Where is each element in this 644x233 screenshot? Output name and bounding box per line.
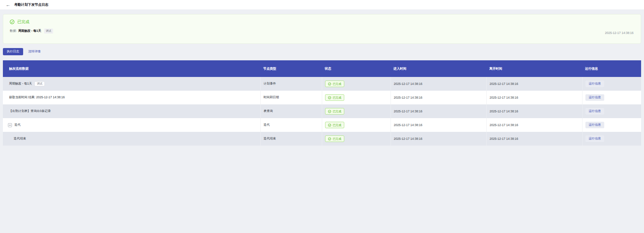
enter-time: 2025-12-17 14:38:16 (391, 77, 486, 91)
data-label: 数据: (10, 29, 17, 33)
run-info-button[interactable]: 运行信息 (585, 135, 604, 142)
status-badge: 已完成 (325, 81, 344, 87)
leave-time: 2025-12-17 14:38:16 (486, 91, 582, 104)
col-header-trigger-data: 触发流程数据 (3, 66, 260, 71)
leave-time: 2025-12-17 14:38:16 (486, 77, 582, 91)
row-name: 迭代 (14, 123, 21, 127)
node-type: 迭代结束 (260, 132, 322, 146)
trigger-name: 周期触发 - 每1天 (18, 29, 41, 33)
enter-time: 2025-12-17 14:38:16 (391, 104, 486, 118)
back-arrow-icon[interactable]: ← (5, 2, 11, 8)
check-circle-icon (10, 20, 14, 24)
table-row: 获取当前时间 结果: 2025-12-17 14:38:16 时间和日期 已完成… (3, 91, 641, 104)
leave-time: 2025-12-17 14:38:16 (486, 132, 582, 146)
node-type: 时间和日期 (260, 91, 322, 104)
node-type: 迭代 (260, 118, 322, 132)
enter-time: 2025-12-17 14:38:16 (391, 91, 486, 104)
collapse-minus-icon[interactable] (8, 123, 12, 127)
row-name: 迭代结束 (14, 137, 26, 141)
row-name: 周期触发 - 每1天 (9, 82, 32, 86)
debug-tag: 调试 (44, 29, 53, 34)
row-name: 【出勤计划表】查询出0条记录 (9, 109, 51, 113)
col-header-status: 状态 (322, 66, 391, 71)
status-badge: 已完成 (325, 94, 344, 101)
leave-time: 2025-12-17 14:38:16 (486, 104, 582, 118)
node-type: 表查询 (260, 104, 322, 118)
page-title: 考勤计划下发节点日志 (14, 3, 48, 7)
col-header-enter-time: 进入时间 (391, 66, 486, 71)
top-bar: ← 考勤计划下发节点日志 (0, 0, 644, 9)
run-info-button[interactable]: 运行信息 (585, 122, 604, 128)
row-name: 获取当前时间 结果: 2025-12-17 14:38:16 (9, 95, 65, 100)
enter-time: 2025-12-17 14:38:16 (391, 132, 486, 146)
check-circle-icon (328, 110, 331, 113)
tab-bar: 执行日志 流转详情 (3, 48, 641, 55)
check-circle-icon (328, 96, 331, 99)
tab-execution-log[interactable]: 执行日志 (3, 48, 23, 55)
run-info-button[interactable]: 运行信息 (585, 94, 604, 101)
run-info-button[interactable]: 运行信息 (585, 81, 604, 87)
check-circle-icon (328, 82, 331, 86)
status-badge: 已完成 (325, 108, 344, 115)
run-info-button[interactable]: 运行信息 (585, 108, 604, 115)
table-row: 迭代结束 迭代结束 已完成 2025-12-17 14:38:16 2025-1… (3, 132, 641, 146)
enter-time: 2025-12-17 14:38:16 (391, 118, 486, 132)
table-row: 【出勤计划表】查询出0条记录 表查询 已完成 2025-12-17 14:38:… (3, 104, 641, 118)
leave-time: 2025-12-17 14:38:16 (486, 118, 582, 132)
table-row: 迭代 迭代 已完成 2025-12-17 14:38:16 2025-12-17… (3, 118, 641, 132)
execution-log-table: 触发流程数据 节点类型 状态 进入时间 离开时间 运行信息 周期触发 - 每1天… (3, 60, 641, 146)
debug-tag: 调试 (34, 81, 45, 86)
col-header-leave-time: 离开时间 (486, 66, 582, 71)
check-circle-icon (328, 137, 331, 141)
panel-timestamp: 2025-12-17 14:38:16 (605, 31, 634, 35)
tab-flow-detail[interactable]: 流转详情 (28, 48, 40, 55)
table-header: 触发流程数据 节点类型 状态 进入时间 离开时间 运行信息 (3, 60, 641, 77)
status-panel: 已完成 数据: 周期触发 - 每1天 调试 2025-12-17 14:38:1… (3, 14, 641, 44)
col-header-run-info: 运行信息 (582, 66, 641, 71)
node-type: 计划事件 (260, 77, 322, 91)
col-header-node-type: 节点类型 (260, 66, 322, 71)
status-badge: 已完成 (325, 135, 344, 142)
status-text: 已完成 (17, 19, 29, 25)
status-badge: 已完成 (325, 122, 344, 128)
table-row: 周期触发 - 每1天 调试 计划事件 已完成 2025-12-17 14:38:… (3, 77, 641, 91)
check-circle-icon (328, 124, 331, 127)
